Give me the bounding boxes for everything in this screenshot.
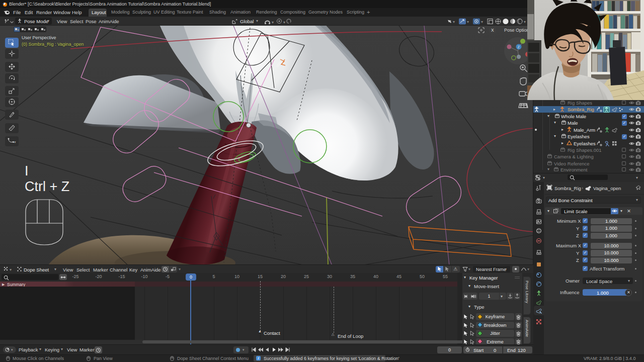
svg-text:▾: ▾ — [10, 267, 12, 272]
svg-text:▾: ▾ — [283, 20, 285, 25]
svg-text:▾: ▾ — [524, 20, 526, 24]
svg-text:▾: ▾ — [453, 20, 455, 24]
svg-text:▾: ▾ — [467, 20, 469, 24]
svg-text:Z: Z — [518, 45, 520, 49]
svg-text:▾: ▾ — [14, 140, 16, 144]
svg-text:▾: ▾ — [272, 20, 274, 25]
svg-text:▾: ▾ — [481, 20, 483, 24]
